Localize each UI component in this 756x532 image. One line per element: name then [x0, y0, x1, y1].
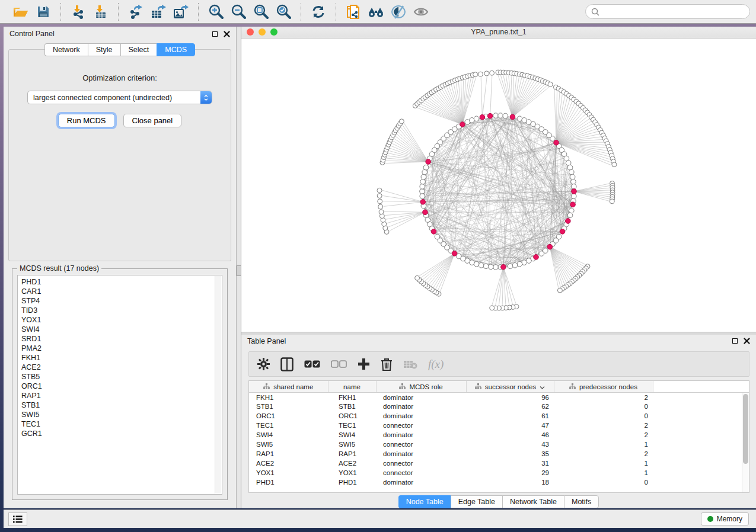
result-item[interactable]: CAR1 [21, 287, 222, 296]
column-layout-icon[interactable] [280, 357, 294, 371]
table-scrollbar[interactable] [742, 393, 749, 492]
network-node[interactable] [567, 213, 573, 218]
settings-gear-icon[interactable] [257, 358, 270, 370]
network-node[interactable] [508, 264, 513, 269]
result-item[interactable]: STP4 [21, 296, 222, 306]
run-mcds-button[interactable]: Run MCDS [58, 114, 115, 127]
task-history-button[interactable] [8, 512, 27, 526]
tab-motifs[interactable]: Motifs [564, 495, 599, 508]
tab-mcds[interactable]: MCDS [157, 43, 195, 56]
network-node[interactable] [498, 113, 503, 118]
network-node[interactable] [379, 210, 384, 214]
mcds-node[interactable] [501, 264, 506, 270]
mcds-node[interactable] [431, 229, 436, 234]
tab-node-table[interactable]: Node Table [398, 495, 451, 508]
mcds-node[interactable] [547, 244, 553, 249]
column-header-successor-nodes[interactable]: successor nodes [466, 381, 554, 392]
import-table-icon[interactable] [91, 2, 111, 21]
network-node[interactable] [479, 262, 484, 268]
table-scrollbar-thumb[interactable] [743, 394, 748, 464]
network-node[interactable] [415, 275, 420, 280]
network-node[interactable] [474, 116, 479, 121]
result-item[interactable]: YOX1 [21, 315, 222, 325]
network-node[interactable] [490, 306, 495, 310]
network-node[interactable] [493, 265, 499, 270]
network-node[interactable] [377, 194, 382, 198]
network-view-canvas[interactable] [241, 39, 756, 332]
network-node[interactable] [478, 72, 483, 76]
result-item[interactable]: ACE2 [21, 363, 222, 372]
memory-button[interactable]: Memory [701, 512, 749, 525]
network-node[interactable] [493, 113, 499, 118]
divider-handle-icon[interactable] [237, 265, 241, 276]
result-list-scrollbar[interactable] [215, 276, 221, 493]
split-pane-divider[interactable] [237, 27, 241, 508]
zoom-in-icon[interactable] [206, 2, 226, 21]
tab-style[interactable]: Style [88, 43, 120, 56]
network-node[interactable] [483, 264, 489, 269]
export-network-icon[interactable] [126, 2, 146, 21]
table-row[interactable]: SWI4SWI4dominator462 [249, 430, 749, 440]
table-row[interactable]: ORC1ORC1dominator610 [249, 411, 749, 421]
share-document-icon[interactable] [343, 2, 363, 21]
import-network-icon[interactable] [68, 2, 88, 21]
style-details-icon[interactable] [388, 2, 409, 21]
mcds-node[interactable] [487, 113, 493, 118]
zoom-fit-icon[interactable] [251, 2, 271, 21]
network-node[interactable] [420, 194, 425, 199]
mcds-node[interactable] [534, 255, 539, 260]
result-item[interactable]: RAP1 [21, 391, 222, 400]
network-node[interactable] [539, 251, 544, 257]
mcds-node[interactable] [426, 159, 431, 165]
result-item[interactable]: SRD1 [21, 334, 222, 344]
network-node[interactable] [484, 71, 489, 76]
zoom-selected-icon[interactable] [273, 2, 294, 21]
table-row[interactable]: FKH1FKH1dominator962 [249, 392, 749, 402]
float-table-panel-icon[interactable] [732, 338, 738, 344]
close-table-panel-icon[interactable] [744, 338, 750, 344]
mcds-node[interactable] [554, 140, 559, 145]
select-all-checkboxes-icon[interactable] [304, 360, 320, 368]
network-node[interactable] [421, 174, 426, 180]
delete-column-icon[interactable] [381, 357, 393, 371]
save-session-icon[interactable] [33, 2, 53, 21]
result-item[interactable]: FKH1 [21, 353, 222, 363]
network-node[interactable] [612, 162, 617, 167]
tab-select[interactable]: Select [120, 43, 157, 56]
mcds-node[interactable] [423, 210, 428, 215]
network-node[interactable] [377, 188, 382, 193]
network-node[interactable] [548, 82, 553, 86]
mcds-node[interactable] [572, 189, 577, 194]
table-row[interactable]: STB1STB1dominator620 [249, 402, 749, 411]
network-node[interactable] [378, 199, 382, 204]
result-item[interactable]: SWI4 [21, 325, 222, 334]
mcds-node[interactable] [452, 251, 457, 257]
tab-network[interactable]: Network [44, 43, 88, 56]
mcds-node[interactable] [566, 219, 571, 224]
mcds-node[interactable] [420, 199, 426, 204]
network-node[interactable] [570, 174, 575, 180]
open-file-icon[interactable] [11, 2, 31, 21]
network-node[interactable] [569, 169, 575, 175]
add-column-icon[interactable] [358, 358, 370, 370]
deselect-all-checkboxes-icon[interactable] [331, 360, 347, 368]
network-node[interactable] [378, 204, 383, 209]
search-binoculars-icon[interactable] [366, 2, 386, 21]
table-row[interactable]: YOX1YOX1connector291 [249, 468, 749, 477]
network-node[interactable] [571, 179, 576, 184]
network-node[interactable] [473, 72, 478, 77]
result-item[interactable]: TEC1 [21, 419, 222, 429]
table-row[interactable]: PHD1PHD1dominator180 [249, 477, 749, 487]
result-item[interactable]: STB5 [21, 372, 222, 382]
network-node[interactable] [571, 184, 576, 189]
result-item[interactable]: ORC1 [21, 382, 222, 391]
tab-edge-table[interactable]: Edge Table [451, 495, 502, 508]
network-node[interactable] [512, 262, 518, 268]
export-image-icon[interactable] [171, 2, 191, 21]
result-item[interactable]: GCR1 [21, 429, 222, 438]
network-node[interactable] [517, 261, 522, 267]
mcds-result-list[interactable]: PHD1CAR1STP4TID3YOX1SWI4SRD1PMA2FKH1ACE2… [17, 275, 222, 495]
network-node[interactable] [488, 264, 493, 270]
mcds-node[interactable] [560, 229, 565, 234]
network-node[interactable] [420, 179, 426, 184]
